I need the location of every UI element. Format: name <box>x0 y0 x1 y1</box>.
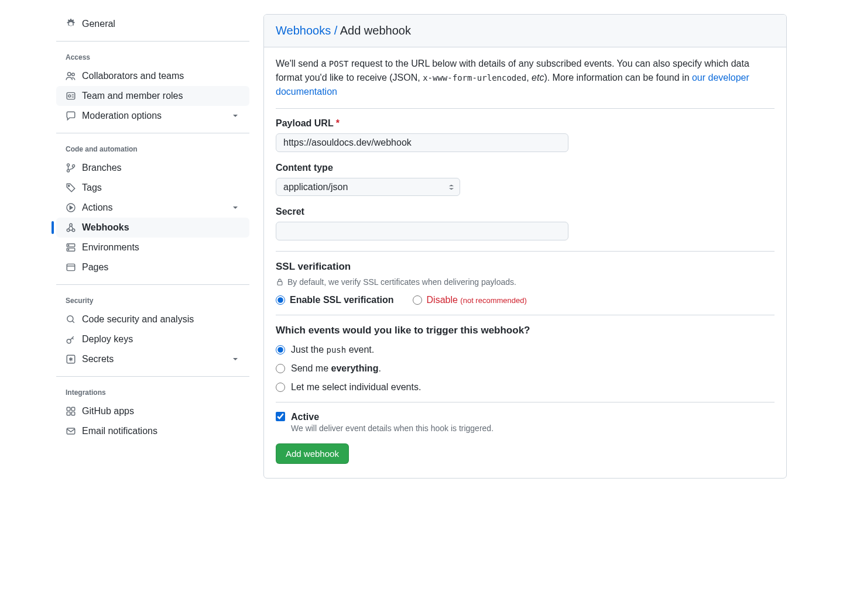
payload-url-field: Payload URL * <box>276 118 775 152</box>
sidebar-heading-security: Security <box>56 292 249 309</box>
sidebar-item-label: GitHub apps <box>82 406 134 417</box>
breadcrumb-webhooks-link[interactable]: Webhooks <box>276 24 331 37</box>
panel-breadcrumb: Webhooks / Add webhook <box>264 15 786 47</box>
svg-point-11 <box>70 223 73 226</box>
ssl-disable-label: Disable (not recommended) <box>427 295 527 305</box>
active-field: Active We will deliver event details whe… <box>276 412 775 433</box>
sidebar-item-webhooks[interactable]: Webhooks <box>56 218 249 238</box>
sidebar-item-label: Code security and analysis <box>82 314 194 325</box>
add-webhook-button[interactable]: Add webhook <box>276 443 349 464</box>
people-icon <box>66 71 76 81</box>
svg-point-3 <box>68 95 71 97</box>
svg-point-6 <box>72 165 74 167</box>
sidebar-heading-code: Code and automation <box>56 140 249 158</box>
server-icon <box>66 242 76 253</box>
tag-icon <box>66 183 76 193</box>
svg-point-5 <box>67 170 69 172</box>
sidebar-item-label: General <box>82 19 115 29</box>
svg-point-0 <box>67 73 71 76</box>
sidebar-item-github-apps[interactable]: GitHub apps <box>56 401 249 421</box>
id-badge-icon <box>66 91 76 101</box>
divider <box>276 108 775 109</box>
webhook-panel: Webhooks / Add webhook We'll send a POST… <box>263 14 787 479</box>
active-label: Active <box>291 412 494 422</box>
play-circle-icon <box>66 202 76 213</box>
divider <box>276 315 775 315</box>
sidebar-item-pages[interactable]: Pages <box>56 257 249 277</box>
sidebar-item-general[interactable]: General <box>56 14 249 34</box>
event-push-radio[interactable] <box>276 345 285 355</box>
sidebar-item-secrets[interactable]: Secrets <box>56 349 249 369</box>
sidebar-item-label: Collaborators and teams <box>82 71 184 81</box>
sidebar-item-tags[interactable]: Tags <box>56 178 249 198</box>
ssl-verification-title: SSL verification <box>276 261 775 273</box>
sidebar-item-environments[interactable]: Environments <box>56 238 249 257</box>
svg-rect-24 <box>67 428 75 434</box>
intro-text: We'll send a POST request to the URL bel… <box>276 57 775 99</box>
svg-point-15 <box>68 249 68 250</box>
svg-point-1 <box>72 73 75 76</box>
payload-url-label: Payload URL * <box>276 118 775 129</box>
svg-point-14 <box>68 245 68 246</box>
svg-point-18 <box>67 339 71 343</box>
svg-rect-25 <box>277 281 282 285</box>
event-everything-radio[interactable] <box>276 364 285 373</box>
sidebar-item-deploy-keys[interactable]: Deploy keys <box>56 329 249 349</box>
required-asterisk: * <box>336 118 340 128</box>
svg-point-10 <box>72 229 75 232</box>
lock-icon <box>276 278 284 286</box>
ssl-note: By default, we verify SSL certificates w… <box>276 277 775 287</box>
sidebar-item-branches[interactable]: Branches <box>56 158 249 178</box>
main-content: Webhooks / Add webhook We'll send a POST… <box>263 14 787 479</box>
event-push-label: Just the push event. <box>291 345 374 355</box>
active-checkbox[interactable] <box>276 412 285 421</box>
git-branch-icon <box>66 163 76 173</box>
comment-icon <box>66 111 76 121</box>
asterisk-square-icon <box>66 354 76 364</box>
divider <box>276 251 775 252</box>
gear-icon <box>66 19 76 29</box>
key-icon <box>66 334 76 345</box>
apps-icon <box>66 406 76 417</box>
sidebar-item-code-security[interactable]: Code security and analysis <box>56 309 249 329</box>
divider <box>276 402 775 402</box>
ssl-disable-radio[interactable] <box>413 295 422 305</box>
mail-icon <box>66 426 76 436</box>
settings-sidebar: General Access Collaborators and teams T… <box>56 14 249 479</box>
browser-icon <box>66 262 76 273</box>
sidebar-item-label: Deploy keys <box>82 334 133 345</box>
sidebar-item-email-notifications[interactable]: Email notifications <box>56 421 249 441</box>
svg-rect-22 <box>67 412 70 415</box>
secret-field: Secret <box>276 207 775 240</box>
sidebar-item-label: Webhooks <box>82 222 129 233</box>
breadcrumb-current: Add webhook <box>340 24 411 37</box>
event-select-radio[interactable] <box>276 383 285 392</box>
svg-point-7 <box>68 185 70 187</box>
svg-point-17 <box>67 316 73 322</box>
sidebar-item-label: Secrets <box>82 354 114 364</box>
sidebar-item-collaborators[interactable]: Collaborators and teams <box>56 66 249 86</box>
secret-label: Secret <box>276 207 775 217</box>
content-type-select[interactable]: application/json <box>276 178 460 196</box>
sidebar-item-moderation[interactable]: Moderation options <box>56 106 249 126</box>
ssl-enable-radio[interactable] <box>276 295 285 305</box>
payload-url-input[interactable] <box>276 133 568 152</box>
secret-input[interactable] <box>276 222 568 240</box>
sidebar-heading-access: Access <box>56 49 249 66</box>
sidebar-item-team-roles[interactable]: Team and member roles <box>56 86 249 106</box>
chevron-down-icon <box>231 111 240 121</box>
sidebar-heading-integrations: Integrations <box>56 384 249 401</box>
svg-point-9 <box>67 229 70 232</box>
sidebar-item-label: Actions <box>82 202 112 213</box>
ssl-enable-label: Enable SSL verification <box>290 295 394 305</box>
event-everything-label: Send me everything. <box>291 363 381 374</box>
svg-point-4 <box>67 164 69 166</box>
svg-rect-16 <box>67 264 75 270</box>
sidebar-item-actions[interactable]: Actions <box>56 198 249 218</box>
ssl-radio-group: Enable SSL verification Disable (not rec… <box>276 295 775 305</box>
content-type-field: Content type application/json <box>276 163 775 196</box>
svg-rect-21 <box>71 407 75 411</box>
event-select-label: Let me select individual events. <box>291 382 421 393</box>
sidebar-item-label: Team and member roles <box>82 91 183 101</box>
webhook-icon <box>66 222 76 233</box>
